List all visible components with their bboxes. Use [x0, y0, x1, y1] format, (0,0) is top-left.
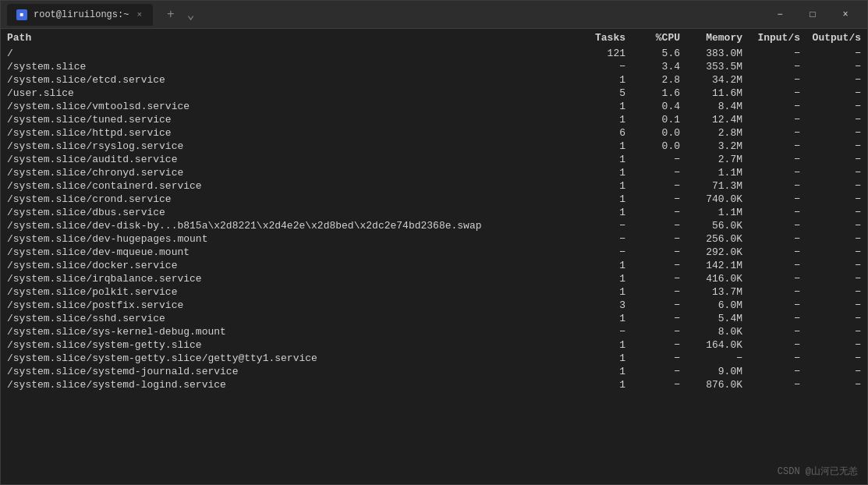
tab-close-button[interactable]: × — [135, 9, 143, 20]
cell-cpu: 2.8 — [635, 74, 689, 86]
cell-input: − — [752, 379, 806, 391]
terminal-tab[interactable]: ■ root@liruilongs:~ × — [7, 4, 153, 26]
cell-memory: 13.7M — [689, 286, 752, 298]
cell-memory: 6.0M — [689, 299, 752, 311]
tab-icon: ■ — [16, 9, 27, 20]
cell-path: /system.slice/systemd-logind.service — [7, 379, 580, 391]
cell-output: − — [806, 48, 861, 59]
cell-output: − — [806, 114, 861, 126]
table-row: /system.slice/system-getty.slice 1 − 164… — [1, 338, 867, 352]
cell-output: − — [806, 299, 861, 311]
cell-output: − — [806, 260, 861, 271]
terminal-content[interactable]: Path Tasks %CPU Memory Input/s Output/s … — [1, 29, 867, 484]
cell-memory: 2.7M — [689, 154, 752, 165]
table-row: / 121 5.6 383.0M − − — [1, 47, 867, 60]
table-row: /system.slice/sys-kernel-debug.mount − −… — [1, 325, 867, 338]
cell-path: /system.slice/tuned.service — [7, 114, 580, 126]
cell-tasks: 1 — [580, 101, 635, 112]
cell-input: − — [752, 193, 806, 205]
cell-output: − — [806, 313, 861, 324]
cell-memory: 2.8M — [689, 127, 752, 139]
cell-tasks: 1 — [580, 366, 635, 377]
cell-input: − — [752, 339, 806, 351]
cell-path: /system.slice/vmtoolsd.service — [7, 101, 580, 112]
cell-cpu: 1.6 — [635, 87, 689, 99]
cell-input: − — [752, 260, 806, 271]
cell-input: − — [752, 114, 806, 126]
cell-path: / — [7, 48, 580, 59]
tab-dropdown-button[interactable]: ⌄ — [182, 5, 200, 24]
cell-cpu: 3.4 — [635, 61, 689, 73]
cell-input: − — [752, 140, 806, 152]
cell-cpu: − — [635, 273, 689, 285]
cell-cpu: 5.6 — [635, 48, 689, 59]
cell-cpu: − — [635, 339, 689, 351]
cell-cpu: − — [635, 207, 689, 218]
cell-tasks: 121 — [580, 48, 635, 59]
table-row: /system.slice/dev-hugepages.mount − − 25… — [1, 232, 867, 246]
cell-cpu: − — [635, 352, 689, 364]
header-input: Input/s — [752, 32, 806, 44]
table-row: /system.slice/containerd.service 1 − 71.… — [1, 179, 867, 193]
cell-memory: 142.1M — [689, 260, 752, 271]
new-tab-button[interactable]: + — [162, 6, 179, 23]
terminal-window: ■ root@liruilongs:~ × + ⌄ − □ × Path Tas… — [0, 0, 868, 485]
cell-input: − — [752, 273, 806, 285]
cell-tasks: 1 — [580, 140, 635, 152]
table-row: /system.slice/dev-mqueue.mount − − 292.0… — [1, 246, 867, 259]
table-row: /system.slice/postfix.service 3 − 6.0M −… — [1, 299, 867, 312]
cell-output: − — [806, 127, 861, 139]
cell-tasks: 1 — [580, 260, 635, 271]
cell-path: /system.slice/dbus.service — [7, 207, 580, 218]
cell-output: − — [806, 366, 861, 377]
restore-button[interactable]: □ — [797, 4, 828, 26]
cell-tasks: 5 — [580, 87, 635, 99]
cell-input: − — [752, 352, 806, 364]
table-row: /system.slice/system-getty.slice/getty@t… — [1, 352, 867, 365]
cell-input: − — [752, 167, 806, 179]
cell-memory: 416.0K — [689, 273, 752, 285]
table-row: /system.slice/vmtoolsd.service 1 0.4 8.4… — [1, 100, 867, 113]
cell-memory: − — [689, 352, 752, 364]
cell-tasks: 1 — [580, 339, 635, 351]
cell-memory: 353.5M — [689, 61, 752, 73]
cell-path: /system.slice/dev-hugepages.mount — [7, 233, 580, 245]
cell-tasks: 1 — [580, 273, 635, 285]
cell-input: − — [752, 220, 806, 232]
titlebar: ■ root@liruilongs:~ × + ⌄ − □ × — [1, 1, 867, 29]
close-button[interactable]: × — [830, 4, 861, 26]
cell-cpu: 0.4 — [635, 101, 689, 112]
table-row: /system.slice − 3.4 353.5M − − — [1, 60, 867, 73]
cell-cpu: 0.0 — [635, 127, 689, 139]
cell-path: /system.slice/dev-disk-by...b815a\x2d822… — [7, 220, 580, 232]
table-row: /system.slice/sshd.service 1 − 5.4M − − — [1, 312, 867, 325]
cell-tasks: 1 — [580, 207, 635, 218]
tab-label: root@liruilongs:~ — [34, 9, 129, 20]
cell-tasks: 1 — [580, 114, 635, 126]
cell-output: − — [806, 220, 861, 232]
cell-path: /system.slice/postfix.service — [7, 299, 580, 311]
cell-output: − — [806, 167, 861, 179]
cell-cpu: 0.1 — [635, 114, 689, 126]
cell-input: − — [752, 299, 806, 311]
cell-input: − — [752, 326, 806, 338]
cell-output: − — [806, 379, 861, 391]
cell-output: − — [806, 233, 861, 245]
cell-input: − — [752, 154, 806, 165]
cell-cpu: − — [635, 246, 689, 258]
cell-path: /system.slice/auditd.service — [7, 154, 580, 165]
cell-tasks: 6 — [580, 127, 635, 139]
minimize-button[interactable]: − — [764, 4, 795, 26]
header-output: Output/s — [806, 32, 861, 44]
cell-path: /system.slice/httpd.service — [7, 127, 580, 139]
cell-cpu: − — [635, 233, 689, 245]
cell-memory: 71.3M — [689, 180, 752, 192]
cell-input: − — [752, 286, 806, 298]
cell-path: /system.slice/system-getty.slice/getty@t… — [7, 352, 580, 364]
cell-path: /system.slice/chronyd.service — [7, 167, 580, 179]
table-row: /system.slice/dbus.service 1 − 1.1M − − — [1, 206, 867, 219]
cell-memory: 256.0K — [689, 233, 752, 245]
table-row: /system.slice/systemd-journald.service 1… — [1, 365, 867, 378]
table-row: /system.slice/httpd.service 6 0.0 2.8M −… — [1, 126, 867, 140]
cell-memory: 740.0K — [689, 193, 752, 205]
